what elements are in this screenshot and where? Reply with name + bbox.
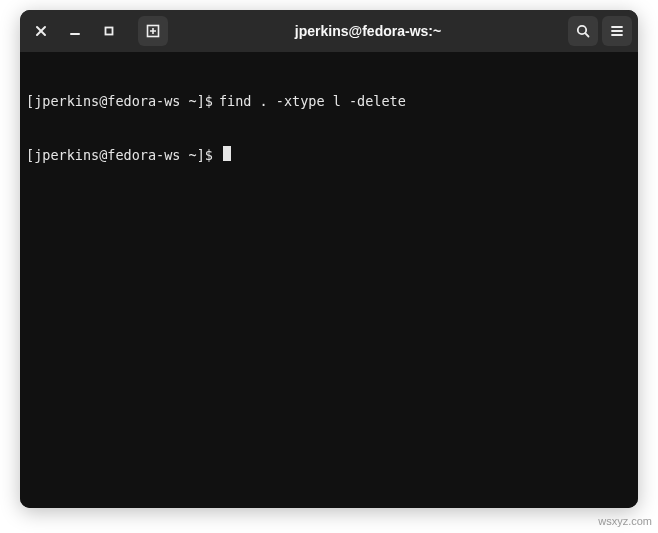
maximize-button[interactable] <box>94 16 124 46</box>
command-text <box>213 146 219 164</box>
minimize-button[interactable] <box>60 16 90 46</box>
terminal-line: [jperkins@fedora-ws ~]$ <box>26 146 632 164</box>
watermark: wsxyz.com <box>598 515 652 527</box>
new-tab-icon <box>145 23 161 39</box>
svg-rect-3 <box>106 28 113 35</box>
command-text: find . -xtype l -delete <box>213 92 406 110</box>
prompt: [jperkins@fedora-ws ~]$ <box>26 146 213 164</box>
prompt: [jperkins@fedora-ws ~]$ <box>26 92 213 110</box>
search-button[interactable] <box>568 16 598 46</box>
titlebar: jperkins@fedora-ws:~ <box>20 10 638 52</box>
terminal-line: [jperkins@fedora-ws ~]$ find . -xtype l … <box>26 92 632 110</box>
close-icon <box>35 25 47 37</box>
cursor <box>223 146 231 161</box>
minimize-icon <box>69 25 81 37</box>
search-icon <box>575 23 591 39</box>
terminal-area[interactable]: [jperkins@fedora-ws ~]$ find . -xtype l … <box>20 52 638 508</box>
menu-button[interactable] <box>602 16 632 46</box>
close-button[interactable] <box>26 16 56 46</box>
new-tab-button[interactable] <box>138 16 168 46</box>
window-title: jperkins@fedora-ws:~ <box>172 23 564 39</box>
hamburger-icon <box>609 23 625 39</box>
svg-line-8 <box>585 33 588 36</box>
maximize-icon <box>103 25 115 37</box>
terminal-window: jperkins@fedora-ws:~ [jperkins@fedora-ws… <box>20 10 638 508</box>
